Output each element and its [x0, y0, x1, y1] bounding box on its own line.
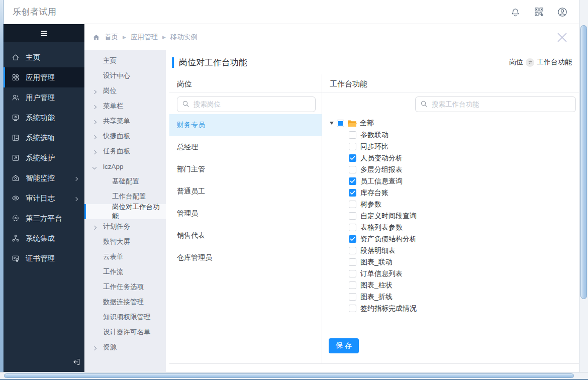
tree-item[interactable]: 员工信息查询 [330, 175, 579, 187]
checkbox-unchecked[interactable] [349, 201, 356, 208]
submenu-item[interactable]: 资源 [84, 340, 166, 355]
submenu-item[interactable]: 菜单栏 [84, 99, 166, 114]
tree-item[interactable]: 同步环比 [330, 141, 579, 152]
submenu-item[interactable]: 工作台配置 [84, 189, 166, 204]
sidebar-item-integration[interactable]: 系统集成 [4, 228, 84, 248]
qr-code-icon[interactable] [533, 7, 544, 18]
submenu-item[interactable]: 基础配置 [84, 174, 166, 189]
tree-item[interactable]: 图表_折线 [330, 291, 579, 303]
tree-item[interactable]: 资产负债结构分析 [330, 233, 579, 245]
breadcrumb-item[interactable]: 应用管理 [131, 33, 158, 42]
checkbox-unchecked[interactable] [349, 143, 356, 150]
sidebar-item-smart-monitor[interactable]: 智能监控 [4, 168, 84, 188]
vertical-scrollbar[interactable] [579, 0, 588, 372]
checkbox-unchecked[interactable] [349, 212, 356, 220]
users-icon [12, 93, 20, 102]
hamburger-menu-icon[interactable] [39, 28, 50, 39]
sidebar-item-third-party[interactable]: 第三方平台 [4, 208, 84, 228]
submenu-item[interactable]: 任务面板 [84, 144, 166, 159]
tree-item-label: 同步环比 [360, 142, 388, 151]
close-icon[interactable] [556, 32, 568, 43]
position-item[interactable]: 管理员 [169, 203, 322, 225]
position-item[interactable]: 普通员工 [169, 180, 322, 203]
checkbox-checked[interactable] [349, 154, 356, 162]
sidebar-item-system-maintain[interactable]: 系统维护 [4, 148, 84, 168]
sidebar-item-apps[interactable]: 应用管理 [4, 67, 84, 87]
submenu-item-label: 设计中心 [103, 71, 130, 80]
submenu-item[interactable]: 岗位对工作台功能 [84, 204, 166, 219]
submenu-item[interactable]: 工作任务选项 [84, 279, 166, 295]
position-item[interactable]: 仓库管理员 [169, 247, 322, 269]
checkbox-unchecked[interactable] [349, 131, 356, 139]
home-icon[interactable] [92, 34, 100, 41]
caret-down-icon[interactable] [330, 122, 334, 125]
app-header: 乐创者试用 [4, 0, 579, 24]
submenu-item[interactable]: 岗位 [84, 83, 166, 99]
submenu-item[interactable]: lczApp [84, 159, 166, 174]
tree-item[interactable]: 自定义时间段查询 [330, 210, 579, 222]
checkbox-checked[interactable] [349, 177, 356, 185]
root-checkbox[interactable] [337, 120, 344, 127]
tree-item[interactable]: 签约指标完成情况 [330, 303, 579, 314]
submenu-item[interactable]: 快捷面板 [84, 129, 166, 144]
breadcrumb-bar: 首页 ▶ 应用管理 ▶ 移动实例 [84, 24, 579, 50]
tree-root[interactable]: 全部 [330, 117, 579, 129]
checkbox-unchecked[interactable] [349, 224, 356, 231]
vertical-scrollbar-thumb[interactable] [580, 25, 587, 299]
position-item[interactable]: 总经理 [169, 136, 322, 158]
submenu-item[interactable]: 共享菜单 [84, 114, 166, 129]
tree-item[interactable]: 参数联动 [330, 129, 579, 141]
submenu-item[interactable]: 数智大屏 [84, 234, 166, 249]
checkbox-unchecked[interactable] [349, 258, 356, 266]
submenu-item[interactable]: 数据连接管理 [84, 295, 166, 310]
horizontal-scrollbar-thumb[interactable] [4, 373, 574, 378]
checkbox-unchecked[interactable] [349, 293, 356, 301]
submenu-item-label: 资源 [103, 343, 117, 352]
sidebar-item-system-options[interactable]: 系统选项 [4, 128, 84, 148]
position-item-label: 仓库管理员 [177, 253, 212, 262]
tree-item[interactable]: 人员变动分析 [330, 152, 579, 164]
checkbox-checked[interactable] [349, 235, 356, 243]
tree-item[interactable]: 树参数 [330, 199, 579, 210]
checkbox-unchecked[interactable] [349, 281, 356, 289]
checkbox-unchecked[interactable] [349, 305, 356, 312]
submenu-item[interactable]: 设计器许可名单 [84, 325, 166, 340]
submenu-item[interactable]: 设计中心 [84, 68, 166, 83]
sidebar-item-home[interactable]: 主页 [4, 47, 84, 67]
tree-item[interactable]: 段落明细表 [330, 245, 579, 256]
tree-item[interactable]: 多层分组报表 [330, 164, 579, 175]
user-avatar-icon[interactable] [557, 7, 568, 18]
checkbox-unchecked[interactable] [349, 270, 356, 277]
submenu-item[interactable]: 工作流 [84, 264, 166, 279]
position-item[interactable]: 销售代表 [169, 225, 322, 247]
sidebar-item-users[interactable]: 用户管理 [4, 87, 84, 108]
submenu-item[interactable]: 主页 [84, 53, 166, 68]
checkbox-unchecked[interactable] [349, 247, 356, 254]
position-item[interactable]: 部门主管 [169, 158, 322, 180]
swap-icon[interactable] [526, 58, 534, 67]
sidebar-item-audit-log[interactable]: 审计日志 [4, 188, 84, 208]
sidebar-fold-icon[interactable] [72, 358, 80, 366]
submenu-item[interactable]: 云表单 [84, 249, 166, 264]
tree-item[interactable]: 订单信息列表 [330, 268, 579, 279]
checkbox-unchecked[interactable] [349, 166, 356, 173]
horizontal-scrollbar[interactable] [0, 372, 588, 380]
sidebar-item-label: 智能监控 [26, 173, 55, 183]
save-button[interactable]: 保 存 [329, 338, 359, 353]
sidebar-item-system-func[interactable]: 系统功能 [4, 108, 84, 128]
position-item[interactable]: 财务专员 [169, 114, 322, 136]
submenu-item[interactable]: 计划任务 [84, 219, 166, 234]
tree-item[interactable]: 图表_柱状 [330, 279, 579, 291]
checkbox-checked[interactable] [349, 189, 356, 197]
breadcrumb-item[interactable]: 移动实例 [170, 33, 198, 42]
breadcrumb-item[interactable]: 首页 [105, 33, 118, 42]
tree-item[interactable]: 表格列表参数 [330, 222, 579, 233]
functions-search-input[interactable] [415, 97, 576, 112]
tree-item[interactable]: 图表_联动 [330, 256, 579, 268]
chevron-right-icon [74, 194, 77, 202]
submenu-item[interactable]: 知识项权限管理 [84, 310, 166, 325]
sidebar-item-certificate[interactable]: 证书管理 [4, 248, 84, 268]
positions-search-input[interactable] [177, 97, 316, 112]
tree-item[interactable]: 库存台账 [330, 187, 579, 199]
bell-icon[interactable] [510, 7, 521, 18]
